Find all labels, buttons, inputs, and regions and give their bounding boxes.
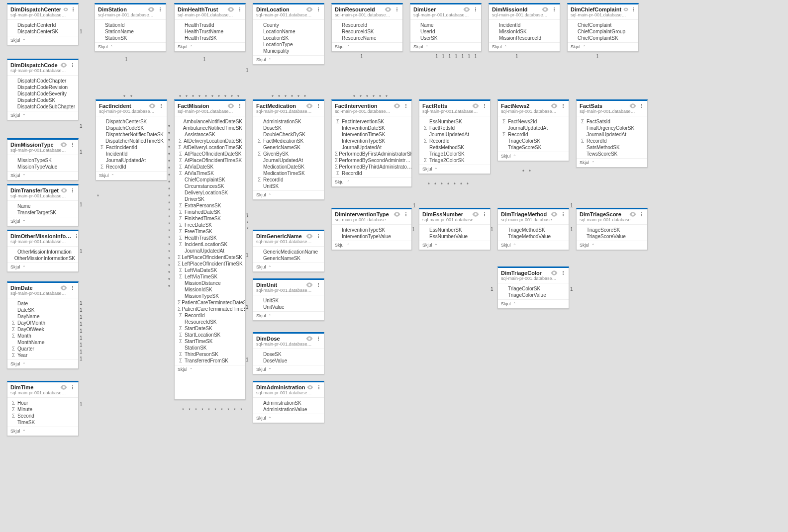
more-options-icon[interactable] [316, 234, 321, 238]
more-options-icon[interactable] [76, 234, 77, 238]
field-row[interactable]: UnitSK [253, 297, 324, 304]
collapse-toggle[interactable]: Skjul⌃ [332, 42, 402, 51]
collapse-toggle[interactable]: Skjul⌃ [577, 158, 647, 167]
field-row[interactable]: DispatchCenterId [7, 22, 78, 28]
table-header[interactable]: FactRetts [419, 101, 490, 109]
field-row[interactable]: DriverSK [175, 196, 245, 202]
field-row[interactable]: JournalUpdatedAt [577, 131, 647, 138]
table-DimGenericName[interactable]: DimGenericNamesql-main-pr-001.database…G… [253, 230, 324, 272]
table-DimTriageColor[interactable]: DimTriageColorsql-main-pr-001.database…T… [497, 266, 569, 309]
field-row[interactable]: IncidentId [489, 22, 560, 28]
table-DimTriageMethod[interactable]: DimTriageMethodsql-main-pr-001.database…… [497, 208, 569, 250]
field-row[interactable]: JournalUpdatedAt [253, 157, 324, 164]
collapse-toggle[interactable]: Skjul⌃ [7, 36, 78, 45]
table-header[interactable]: DimUser [410, 4, 481, 12]
table-header[interactable]: DimUnit [253, 280, 324, 288]
field-row[interactable]: ΣThirdPersonSK [175, 351, 245, 357]
field-row[interactable]: CircumstancesSK [175, 183, 245, 189]
collapse-toggle[interactable]: Skjul⌃ [253, 190, 324, 199]
field-row[interactable]: DispatchCodeSK [96, 125, 167, 131]
field-row[interactable]: DispatcherNotifiedTimeSK [96, 138, 167, 144]
field-row[interactable]: Name [410, 22, 481, 28]
more-options-icon[interactable] [72, 7, 75, 11]
table-header[interactable]: DimTransferTarget [7, 185, 78, 193]
more-options-icon[interactable] [561, 212, 566, 216]
field-row[interactable]: InterventionDateSK [332, 125, 411, 131]
collapse-toggle[interactable]: Skjul⌃ [498, 152, 569, 161]
field-row[interactable]: ΣFinishedTimeSK [175, 215, 245, 222]
field-row[interactable]: InterventionTypeSK [332, 227, 411, 233]
more-options-icon[interactable] [316, 283, 321, 287]
field-row[interactable]: TriageScoreSK [498, 144, 569, 151]
field-row[interactable]: ΣTransferredFromSK [175, 357, 245, 364]
table-header[interactable]: FactSats [577, 101, 647, 109]
more-options-icon[interactable] [561, 271, 566, 275]
table-header[interactable]: FactIncident [96, 101, 167, 109]
more-options-icon[interactable] [158, 7, 163, 11]
field-row[interactable]: Triage1ColorSK [419, 151, 490, 157]
collapse-toggle[interactable]: Skjul⌃ [95, 42, 166, 51]
field-row[interactable]: DoseSK [253, 125, 324, 131]
field-row[interactable]: HealthTrustSK [175, 35, 245, 41]
more-options-icon[interactable] [473, 7, 478, 11]
field-row[interactable]: AdministrationValue [253, 406, 324, 413]
field-row[interactable]: ChiefComplaint [568, 22, 638, 28]
field-row[interactable]: ΣLeftViaDateSK [175, 267, 245, 273]
field-row[interactable]: ΣDayOfMonth [7, 320, 78, 326]
table-header[interactable]: DimTime [7, 382, 78, 390]
field-row[interactable]: LocationName [253, 28, 324, 35]
field-row[interactable]: ΣSecond [7, 413, 78, 419]
field-row[interactable]: ΣRecordId [577, 138, 647, 144]
field-row[interactable]: TewsScoreSK [577, 151, 647, 157]
field-row[interactable]: MissionIdSK [175, 286, 245, 293]
table-header[interactable]: FactIntervention [332, 101, 411, 109]
table-FactSats[interactable]: FactSatssql-main-pr-001.database…ΣFactSa… [576, 99, 648, 168]
field-row[interactable]: ΣAtDeliveryLocationDateSK [175, 138, 245, 144]
collapse-toggle[interactable]: Skjul⌃ [7, 111, 78, 120]
table-DimResourceId[interactable]: DimResourceIdsql-main-pr-001.database…Re… [331, 3, 403, 52]
field-row[interactable]: DoseSK [253, 351, 324, 357]
table-header[interactable]: DimDispatchCode [7, 60, 78, 68]
field-row[interactable]: ΣIncidentLocationSK [175, 241, 245, 248]
table-DimDispatchCode[interactable]: DimDispatchCodesql-main-pr-001.database…… [7, 59, 79, 120]
table-DimInterventionType[interactable]: DimInterventionTypesql-main-pr-001.datab… [331, 208, 412, 250]
table-FactMedication[interactable]: FactMedicationsql-main-pr-001.database…A… [253, 99, 324, 200]
field-row[interactable]: TimeSK [7, 419, 78, 426]
collapse-toggle[interactable]: Skjul⌃ [253, 365, 324, 374]
field-row[interactable]: UserId [410, 28, 481, 35]
table-DimAdministration[interactable]: DimAdministrationsql-main-pr-001.databas… [253, 381, 324, 423]
field-row[interactable]: ΣFactSatsId [577, 118, 647, 125]
table-header[interactable]: DimDispatchCenter [7, 4, 78, 12]
field-row[interactable]: ΣFactNews2Id [498, 118, 569, 125]
collapse-toggle[interactable]: Skjul⌃ [7, 359, 78, 368]
table-header[interactable]: DimStation [95, 4, 166, 12]
field-row[interactable]: ΣHour [7, 400, 78, 406]
field-row[interactable]: ΣLeftViaTimeSK [175, 273, 245, 280]
field-row[interactable]: DispatchCodeSeverity [7, 90, 78, 97]
table-header[interactable]: DimGenericName [253, 231, 324, 239]
field-row[interactable]: DoseValue [253, 357, 324, 364]
field-row[interactable]: AdministrationSK [253, 400, 324, 406]
collapse-toggle[interactable]: Skjul⌃ [96, 171, 167, 180]
field-row[interactable]: ChiefComplaintSK [568, 35, 638, 41]
table-FactNews2[interactable]: FactNews2sql-main-pr-001.database…ΣFactN… [497, 99, 569, 161]
field-row[interactable]: ΣStartDateSK [175, 325, 245, 332]
field-row[interactable]: SatsMethodSK [577, 144, 647, 151]
field-row[interactable]: InterventionTimeSK [332, 131, 411, 138]
collapse-toggle[interactable]: Skjul⌃ [7, 171, 78, 180]
field-row[interactable]: ΣAtViaDateSK [175, 164, 245, 170]
field-row[interactable]: ΣAtViaTimeSK [175, 170, 245, 177]
table-header[interactable]: DimChiefComplaint [568, 4, 638, 12]
field-row[interactable]: StationName [95, 28, 166, 35]
field-row[interactable]: TriageScoreSK [577, 227, 647, 233]
field-row[interactable]: MonthName [7, 339, 78, 346]
field-row[interactable]: JournalUpdatedAt [332, 144, 411, 151]
collapse-toggle[interactable]: Skjul⌃ [498, 299, 569, 308]
more-options-icon[interactable] [70, 63, 75, 67]
field-row[interactable]: MedicationTimeSK [253, 170, 324, 177]
field-row[interactable]: ΣDayOfWeek [7, 326, 78, 333]
field-row[interactable]: MissionTypeSK [175, 293, 245, 299]
field-row[interactable]: ΣFactIncidentId [96, 144, 167, 151]
more-options-icon[interactable] [70, 143, 75, 147]
field-row[interactable]: UnitValue [253, 304, 324, 310]
